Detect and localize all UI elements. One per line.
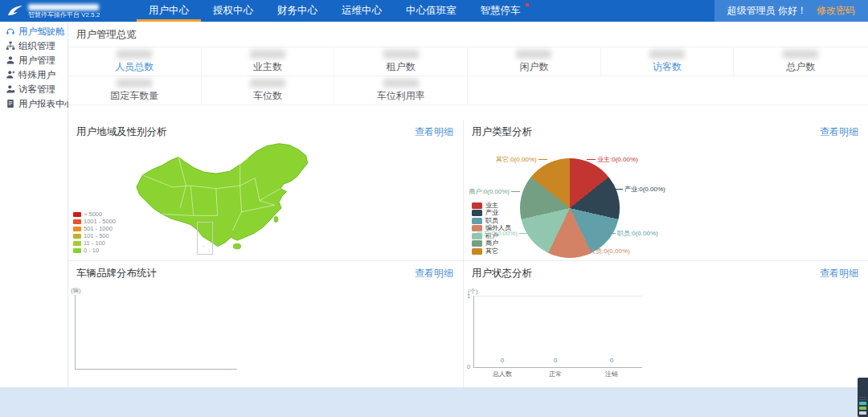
nav-tab-auth-center[interactable]: 授权中心: [201, 0, 265, 22]
toolbar-item-green[interactable]: [859, 407, 866, 410]
legend-item[interactable]: 0 - 10: [73, 247, 116, 254]
nav-tab-ops-center[interactable]: 运维中心: [330, 0, 394, 22]
stat-card-label: 总户数: [786, 60, 815, 74]
legend-item[interactable]: 商户: [472, 240, 511, 248]
legend-swatch: [73, 227, 81, 231]
legend-item[interactable]: > 5000: [73, 211, 116, 218]
legend-item[interactable]: 1001 - 5000: [73, 218, 116, 225]
app-logo[interactable]: 智慧停车操作平台 V2.5.2: [0, 0, 137, 22]
sidebar: 用户驾驶舱 组织管理 用户管理 特殊用户 访客管理 用户报表中心: [0, 22, 68, 387]
panel-region-gender: 用户地域及性别分析 查看明细: [68, 120, 464, 261]
legend-label: 产业: [485, 210, 498, 216]
panel-title: 用户状态分析: [472, 267, 532, 280]
toolbar-divider: [859, 397, 866, 398]
toolbar-item-teal[interactable]: [859, 402, 866, 405]
pie-callout-industry: 产业:0(0.00%): [612, 186, 665, 193]
legend-item[interactable]: 职员: [472, 217, 511, 225]
legend-item[interactable]: 其它: [472, 247, 511, 256]
legend-item[interactable]: 业主: [472, 202, 511, 210]
legend-label: 0 - 10: [84, 247, 99, 254]
stat-card-owners: 业主数: [202, 47, 335, 76]
stat-card-label: 业主数: [253, 60, 282, 74]
legend-label: 501 - 1000: [84, 226, 113, 232]
top-navbar: 智慧停车操作平台 V2.5.2 用户中心 授权中心 财务中心 运维中心 中心值班…: [0, 0, 868, 22]
stat-card-space-utilization: 车位利用率: [334, 76, 468, 104]
legend-item[interactable]: 101 - 500: [73, 232, 116, 239]
navbar-user-area: 超级管理员 你好！ 修改密码: [714, 0, 868, 22]
pie-callout-tenant: 租户:0(0.00%): [473, 231, 530, 237]
sidebar-item-visitor-management[interactable]: 访客管理: [0, 82, 68, 96]
stat-card-label: 闲户数: [519, 60, 548, 74]
legend-swatch: [73, 212, 81, 217]
stat-cards-row-2: 固定车数量 车位数 车位利用率: [68, 76, 868, 105]
sidebar-item-label: 用户报表中心: [18, 98, 74, 110]
redacted-value: [117, 50, 152, 59]
stat-cards-row-1: 人员总数 业主数 租户数 闲户数 访客数 总户数: [68, 47, 868, 76]
redacted-value: [516, 50, 551, 59]
bottom-strip: [0, 387, 868, 417]
user-greeting: 超级管理员 你好！: [727, 4, 807, 18]
stat-card-vacant-households: 闲户数: [468, 47, 601, 76]
visitor-icon: [6, 84, 15, 94]
sidebar-item-label: 特殊用户: [18, 69, 55, 81]
stat-card-label: 固定车数量: [110, 89, 158, 103]
redacted-value: [649, 50, 685, 59]
nav-tab-duty-room[interactable]: 中心值班室: [394, 0, 469, 22]
logo-name-redacted: [28, 4, 99, 10]
sidebar-item-org-management[interactable]: 组织管理: [0, 39, 68, 53]
legend-item[interactable]: 11 - 100: [73, 239, 116, 247]
panel-vehicle-brand: 车辆品牌分布统计 查看明细 (辆): [68, 261, 464, 387]
nav-tab-label: 财务中心: [277, 4, 317, 18]
legend-label: > 5000: [84, 211, 102, 218]
nav-tab-label: 中心值班室: [406, 4, 457, 18]
stat-card-parking-spaces: 车位数: [202, 76, 335, 104]
stat-card-label: 车位数: [253, 89, 282, 103]
sidebar-item-label: 用户管理: [18, 55, 55, 67]
legend-swatch: [472, 210, 482, 216]
legend-swatch: [472, 248, 482, 255]
y-tick: 1: [467, 293, 470, 300]
sidebar-item-user-management[interactable]: 用户管理: [0, 53, 68, 67]
x-category: 正常: [549, 371, 562, 378]
stat-card-tenants: 租户数: [334, 47, 468, 76]
toolbar-item-gray[interactable]: [859, 411, 866, 415]
view-detail-link[interactable]: 查看明细: [820, 125, 858, 139]
nav-tab-label: 用户中心: [149, 4, 189, 18]
floating-toolbar[interactable]: [858, 378, 868, 417]
nav-tab-user-center[interactable]: 用户中心: [137, 0, 201, 22]
legend-item[interactable]: 501 - 1000: [73, 225, 116, 232]
special-user-icon: [6, 70, 15, 80]
sidebar-item-label: 组织管理: [18, 40, 55, 52]
change-password-link[interactable]: 修改密码: [817, 4, 855, 18]
legend-label: 其它: [485, 248, 498, 255]
sidebar-item-user-cockpit[interactable]: 用户驾驶舱: [0, 24, 68, 39]
sidebar-item-special-users[interactable]: 特殊用户: [0, 67, 68, 82]
legend-swatch: [73, 248, 81, 253]
pie-callout-owner: 业主:0(0.00%): [585, 157, 638, 163]
y-axis: [473, 296, 474, 367]
panel-user-type: 用户类型分析 查看明细 业主 产业 职员 编外人员 租户 商户 其它 其它:0(…: [464, 120, 868, 261]
view-detail-link[interactable]: 查看明细: [415, 267, 453, 280]
south-china-sea-inset: [197, 222, 213, 255]
overview-section-title: 用户管理总览: [68, 22, 868, 47]
y-tick: 0: [467, 364, 470, 370]
view-detail-link[interactable]: 查看明细: [820, 267, 858, 280]
main-content: 用户管理总览 人员总数 业主数 租户数 闲户数 访客数 总户数 固定车数量 车位…: [68, 22, 868, 387]
toolbar-divider: [859, 399, 866, 400]
sidebar-item-user-reports[interactable]: 用户报表中心: [0, 96, 68, 111]
notification-dot: [526, 3, 529, 6]
map-legend: > 5000 1001 - 5000 501 - 1000 101 - 500 …: [73, 211, 116, 254]
stat-card-label: 人员总数: [115, 60, 154, 74]
pie-callout-other: 其它:0(0.00%): [496, 157, 544, 163]
hainan-island: [233, 243, 240, 249]
view-detail-link[interactable]: 查看明细: [415, 125, 453, 139]
redacted-value: [250, 50, 285, 59]
stat-card-label: 租户数: [387, 60, 416, 74]
org-icon: [6, 41, 15, 51]
nav-tab-finance-center[interactable]: 财务中心: [265, 0, 330, 22]
legend-item[interactable]: 产业: [472, 210, 511, 218]
redacted-value: [383, 79, 419, 88]
legend-label: 1001 - 5000: [84, 219, 116, 225]
redacted-value: [117, 79, 152, 88]
nav-tab-smart-parking[interactable]: 智慧停车: [469, 0, 533, 22]
